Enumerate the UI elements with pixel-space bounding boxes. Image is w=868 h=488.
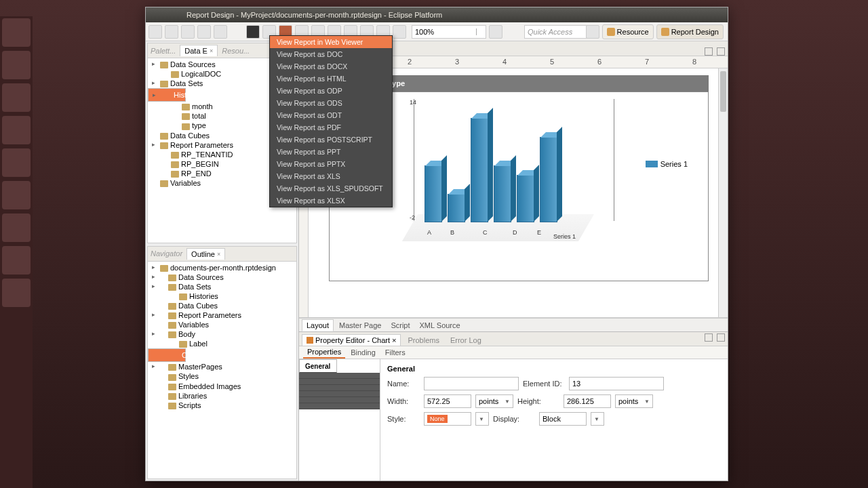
menu-item-web-viewer[interactable]: View Report in Web Viewer bbox=[270, 36, 392, 48]
toolbar-button[interactable] bbox=[489, 25, 502, 39]
zoom-value: 100% bbox=[415, 26, 434, 38]
legend-swatch bbox=[646, 161, 658, 167]
property-categories[interactable]: General bbox=[299, 359, 380, 481]
style-dropdown[interactable]: ▼ bbox=[475, 412, 489, 426]
palette-tab[interactable]: Palett... bbox=[151, 47, 176, 55]
menu-item-postscript[interactable]: View Report as POSTSCRIPT bbox=[270, 134, 392, 146]
outline-master-pages[interactable]: MasterPages bbox=[148, 362, 296, 371]
width-unit-select[interactable]: points▼ bbox=[475, 394, 513, 408]
launcher-item[interactable] bbox=[2, 246, 31, 274]
resource-tab[interactable]: Resou... bbox=[222, 47, 250, 55]
menu-item-pdf[interactable]: View Report as PDF bbox=[270, 121, 392, 134]
outline-tab[interactable]: Outline× bbox=[186, 248, 225, 260]
height-unit-select[interactable]: points▼ bbox=[615, 394, 653, 408]
tab-script[interactable]: Script bbox=[387, 320, 414, 331]
outline-root[interactable]: documents-per-month.rptdesign bbox=[148, 263, 296, 272]
run-report-button[interactable] bbox=[246, 25, 260, 39]
resource-icon bbox=[607, 28, 615, 36]
menu-item-xlsx[interactable]: View Report as XLSX bbox=[270, 195, 392, 207]
navigator-tab[interactable]: Navigator bbox=[151, 249, 182, 258]
toolbar-button[interactable] bbox=[181, 25, 195, 39]
launcher-item[interactable] bbox=[2, 181, 31, 209]
display-select[interactable]: Block bbox=[539, 412, 587, 426]
element-id-input[interactable] bbox=[569, 377, 664, 390]
style-select[interactable]: None bbox=[424, 412, 471, 426]
menu-item-html[interactable]: View Report as HTML bbox=[270, 73, 392, 85]
tree-histories[interactable]: Histories bbox=[148, 88, 186, 102]
outline-data-sets[interactable]: Data Sets bbox=[148, 282, 296, 291]
maximize-view-icon[interactable] bbox=[717, 333, 725, 342]
close-icon[interactable]: × bbox=[217, 251, 220, 258]
outline-data-sources[interactable]: Data Sources bbox=[148, 272, 296, 282]
properties-icon bbox=[307, 337, 313, 344]
category-item[interactable] bbox=[299, 403, 380, 409]
outline-chart[interactable]: Chart bbox=[148, 348, 186, 362]
launcher-item[interactable] bbox=[2, 18, 31, 47]
menu-item-xls[interactable]: View Report as XLS bbox=[270, 170, 392, 182]
toolbar-button[interactable] bbox=[393, 25, 406, 39]
category-label: D bbox=[513, 229, 517, 236]
launcher-item[interactable] bbox=[2, 279, 31, 307]
toolbar-button[interactable] bbox=[165, 25, 178, 39]
subtab-binding[interactable]: Binding bbox=[347, 347, 380, 358]
maximize-editor-icon[interactable] bbox=[717, 47, 725, 56]
subtab-filters[interactable]: Filters bbox=[381, 347, 410, 358]
category-item[interactable] bbox=[299, 373, 380, 379]
close-icon[interactable]: × bbox=[392, 336, 396, 344]
property-editor-tab[interactable]: Property Editor - Chart× bbox=[302, 334, 401, 346]
outline-scripts[interactable]: Scripts bbox=[148, 401, 296, 410]
outline-libraries[interactable]: Libraries bbox=[148, 391, 296, 401]
launcher-item[interactable] bbox=[2, 116, 31, 144]
category-item[interactable] bbox=[299, 391, 380, 397]
form-heading: General bbox=[387, 365, 721, 373]
data-explorer-tab[interactable]: Data E× bbox=[180, 45, 218, 56]
name-input[interactable] bbox=[424, 377, 519, 390]
outline-report-parameters[interactable]: Report Parameters bbox=[148, 310, 296, 320]
outline-data-cubes[interactable]: Data Cubes bbox=[148, 301, 296, 310]
quick-access-input[interactable]: Quick Access bbox=[524, 25, 592, 39]
minimize-editor-icon[interactable] bbox=[705, 47, 713, 56]
outline-histories[interactable]: Histories bbox=[148, 291, 296, 301]
width-input[interactable] bbox=[424, 394, 471, 408]
menu-item-xls-spudsoft[interactable]: View Report as XLS_SPUDSOFT bbox=[270, 182, 392, 195]
outline-tree[interactable]: documents-per-month.rptdesign Data Sourc… bbox=[148, 262, 296, 479]
open-perspective-button[interactable] bbox=[586, 25, 599, 39]
menu-item-ods[interactable]: View Report as ODS bbox=[270, 97, 392, 109]
launcher-item[interactable] bbox=[2, 83, 31, 112]
display-dropdown[interactable]: ▼ bbox=[591, 412, 604, 426]
category-item[interactable] bbox=[299, 385, 380, 391]
category-item[interactable] bbox=[299, 379, 380, 385]
toolbar-button[interactable] bbox=[214, 25, 227, 39]
toolbar-button[interactable] bbox=[149, 25, 162, 39]
tab-xml-source[interactable]: XML Source bbox=[416, 320, 465, 331]
outline-embedded-images[interactable]: Embedded Images bbox=[148, 382, 296, 391]
category-item[interactable] bbox=[299, 397, 380, 403]
problems-tab[interactable]: Problems bbox=[403, 335, 443, 346]
perspective-resource[interactable]: Resource bbox=[602, 24, 654, 39]
launcher-item[interactable] bbox=[2, 214, 31, 242]
outline-styles[interactable]: Styles bbox=[148, 371, 296, 381]
menu-item-odt[interactable]: View Report as ODT bbox=[270, 109, 392, 121]
menu-item-odp[interactable]: View Report as ODP bbox=[270, 85, 392, 97]
category-general[interactable]: General bbox=[299, 359, 337, 373]
toolbar-button[interactable] bbox=[197, 25, 211, 39]
error-log-tab[interactable]: Error Log bbox=[446, 335, 486, 346]
zoom-combo[interactable]: 100% bbox=[412, 25, 486, 39]
menu-item-doc[interactable]: View Report as DOC bbox=[270, 48, 392, 60]
minimize-view-icon[interactable] bbox=[705, 333, 713, 342]
tab-layout[interactable]: Layout bbox=[302, 319, 334, 331]
view-report-menu: View Report in Web Viewer View Report as… bbox=[269, 35, 393, 207]
menu-item-docx[interactable]: View Report as DOCX bbox=[270, 60, 392, 73]
tab-master-page[interactable]: Master Page bbox=[335, 320, 385, 331]
outline-variables[interactable]: Variables bbox=[148, 320, 296, 329]
launcher-item[interactable] bbox=[2, 51, 31, 79]
menu-item-pptx[interactable]: View Report as PPTX bbox=[270, 158, 392, 170]
subtab-properties[interactable]: Properties bbox=[303, 346, 345, 359]
close-icon[interactable]: × bbox=[210, 47, 213, 54]
outline-body[interactable]: Body bbox=[148, 329, 296, 339]
perspective-report-design[interactable]: Report Design bbox=[656, 24, 724, 39]
outline-label[interactable]: Label bbox=[148, 339, 296, 348]
menu-item-ppt[interactable]: View Report as PPT bbox=[270, 146, 392, 158]
launcher-item[interactable] bbox=[2, 148, 31, 177]
height-input[interactable] bbox=[564, 394, 611, 408]
